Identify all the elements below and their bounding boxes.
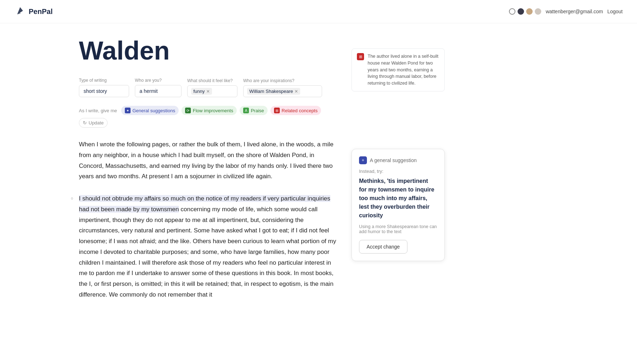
related-concepts-button[interactable]: ⊞ Related concepts (270, 106, 321, 115)
praise-button[interactable]: A Praise (240, 106, 268, 115)
update-label: Update (89, 120, 104, 126)
feel-like-tag-text: funny (193, 89, 205, 94)
annotation-text: The author lived alone in a self-built h… (368, 53, 439, 87)
type-of-writing-input[interactable] (79, 85, 129, 97)
update-button[interactable]: ↻ Update (79, 118, 108, 128)
type-of-writing-label: Type of writing (79, 78, 129, 83)
paragraph-arrow-icon: ⬨ (70, 195, 74, 201)
flow-icon: ⟳ (185, 108, 191, 113)
filter-feel-like: What should it feel like? funny ✕ (187, 78, 237, 97)
content-area: Walden Type of writing Who are you? What… (79, 38, 337, 312)
annotation-icon: ⊞ (357, 53, 364, 60)
circle-dark (518, 8, 524, 15)
general-icon: ✦ (125, 108, 131, 113)
inspiration-tag-close[interactable]: ✕ (294, 89, 298, 94)
suggestion-note: Using a more Shakespearean tone can add … (359, 224, 437, 234)
flow-improvements-label: Flow improvements (193, 108, 233, 113)
filter-inspirations: Who are your inspirations? William Shake… (243, 78, 322, 97)
circle-light (535, 8, 541, 15)
suggestions-toolbar: As I write, give me ✦ General suggestion… (79, 106, 337, 128)
update-icon: ↻ (83, 120, 87, 126)
suggestion-card-header: + A general suggestion (359, 156, 437, 164)
suggestion-card-icon: + (359, 156, 367, 164)
document-title: Walden (79, 38, 337, 63)
inspiration-tag-text: William Shakespeare (249, 89, 293, 94)
feel-like-tag: funny ✕ (191, 88, 212, 95)
who-are-you-label: Who are you? (135, 78, 181, 83)
filter-type-of-writing: Type of writing (79, 78, 129, 97)
circle-outline (509, 8, 515, 15)
suggestions-prefix: As I write, give me (79, 108, 117, 113)
praise-icon: A (243, 108, 249, 113)
accept-change-button[interactable]: Accept change (359, 240, 407, 254)
second-paragraph: I should not obtrude my affairs so much … (79, 193, 337, 300)
inspirations-input[interactable]: William Shakespeare ✕ (243, 85, 322, 97)
related-icon: ⊞ (274, 108, 280, 113)
praise-label: Praise (251, 108, 264, 113)
first-paragraph: When I wrote the following pages, or rat… (79, 139, 337, 182)
filter-who-are-you: Who are you? (135, 78, 181, 97)
navbar: PenPal wattenberger@gmail.com Logout (0, 0, 637, 23)
general-suggestions-label: General suggestions (132, 108, 175, 113)
filters-row: Type of writing Who are you? What should… (79, 78, 337, 97)
navbar-right: wattenberger@gmail.com Logout (509, 8, 623, 15)
suggestion-instead-label: Instead, try: (359, 169, 437, 174)
who-are-you-input[interactable] (135, 85, 181, 97)
feel-like-tag-close[interactable]: ✕ (206, 89, 210, 94)
suggestion-card: + A general suggestion Instead, try: Met… (351, 149, 445, 261)
circle-tan (526, 8, 533, 15)
general-suggestions-button[interactable]: ✦ General suggestions (121, 106, 179, 115)
suggestion-text: Methinks, 'tis impertinent for my townsm… (359, 177, 437, 220)
second-paragraph-container: ⬨ I should not obtrude my affairs so muc… (79, 193, 337, 312)
flow-improvements-button[interactable]: ⟳ Flow improvements (181, 106, 237, 115)
suggestion-card-title: A general suggestion (370, 157, 417, 163)
annotation-card: ⊞ The author lived alone in a self-built… (351, 48, 445, 91)
inspirations-label: Who are your inspirations? (243, 78, 322, 83)
inspiration-tag: William Shakespeare ✕ (247, 88, 300, 95)
logout-button[interactable]: Logout (607, 9, 623, 14)
penpal-logo-icon (14, 6, 26, 17)
related-concepts-label: Related concepts (282, 108, 317, 113)
second-paragraph-rest: concerning my mode of life, which some w… (79, 206, 336, 298)
logo-area: PenPal (14, 6, 53, 17)
right-sidebar: ⊞ The author lived alone in a self-built… (351, 38, 445, 312)
main-container: Walden Type of writing Who are you? What… (0, 23, 637, 326)
feel-like-label: What should it feel like? (187, 78, 237, 83)
nav-circles (509, 8, 541, 15)
feel-like-input[interactable]: funny ✕ (187, 85, 237, 97)
logo-text: PenPal (29, 8, 53, 16)
user-email: wattenberger@gmail.com (546, 9, 603, 14)
